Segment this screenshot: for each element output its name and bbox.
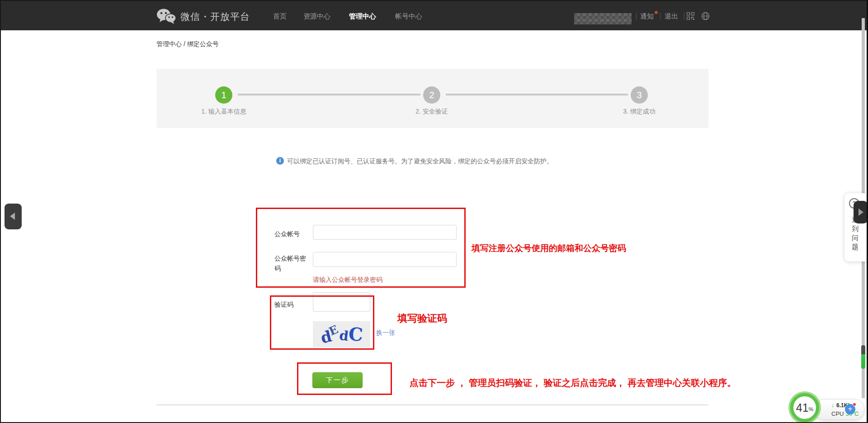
memory-percent-value: 41 xyxy=(796,401,809,414)
right-expand-handle[interactable] xyxy=(854,201,868,223)
annotation-rect-credentials xyxy=(256,208,466,288)
header-separator xyxy=(684,13,684,19)
notification-badge xyxy=(655,11,658,14)
step-label-bind-success: 3. 绑定成功 xyxy=(601,108,678,116)
cpu-label: CPU xyxy=(831,410,844,417)
breadcrumb: 管理中心 / 绑定公众号 xyxy=(156,40,219,48)
brand-title: 微信・开放平台 xyxy=(180,10,250,23)
step-connector xyxy=(238,94,420,95)
chevron-left-icon xyxy=(10,213,15,220)
step-label-security-verify: 2. 安全验证 xyxy=(393,108,470,116)
info-banner-text: 可以绑定已认证订阅号、已认证服务号。为了避免安全风险，绑定的公众号必须开启安全防… xyxy=(287,157,553,166)
step-circle-2: 2 xyxy=(423,86,440,104)
step-circle-1: 1 xyxy=(215,86,232,104)
globe-language-icon[interactable] xyxy=(701,12,710,20)
annotation-text-credentials: 填写注册公众号使用的邮箱和公众号密码 xyxy=(472,242,626,254)
qr-code-icon[interactable] xyxy=(687,12,694,20)
helper-text-char: 到 xyxy=(852,225,859,233)
step-label-basic-info: 1. 输入基本信息 xyxy=(185,108,262,116)
monitor-notification-dot xyxy=(853,403,856,406)
wechat-open-platform-page: 微信・开放平台 首页 资源中心 管理中心 帐号中心 通知 退出 管理中心 / 绑… xyxy=(0,0,868,423)
annotation-text-next: 点击下一步 ， 管理员扫码验证， 验证之后点击完成， 再去管理中心关联小程序。 xyxy=(410,377,736,389)
nav-item-management-center[interactable]: 管理中心 xyxy=(349,12,376,21)
annotation-text-captcha: 填写验证码 xyxy=(397,312,447,325)
header-separator xyxy=(660,13,660,19)
window-border-top xyxy=(0,0,868,1)
helper-text-char: 问 xyxy=(852,234,859,242)
left-collapse-handle[interactable] xyxy=(5,204,22,229)
performance-monitor-pill: ↓6.1K/s CPU30°C xyxy=(814,399,864,420)
nav-item-account-center[interactable]: 帐号中心 xyxy=(395,12,422,21)
info-icon: i xyxy=(276,157,284,165)
notifications-link[interactable]: 通知 xyxy=(640,12,654,21)
memory-percent-sign: % xyxy=(809,406,814,413)
helper-text-char: 题 xyxy=(852,243,859,252)
step-circle-3: 3 xyxy=(631,86,648,104)
download-arrow-icon: ↓ xyxy=(831,402,834,409)
annotation-rect-captcha xyxy=(270,295,374,350)
scrollbar-thumb[interactable] xyxy=(861,345,865,369)
window-border-left xyxy=(0,0,1,423)
logout-link[interactable]: 退出 xyxy=(665,12,678,21)
top-navigation-bar: 微信・开放平台 首页 资源中心 管理中心 帐号中心 通知 退出 xyxy=(1,1,867,30)
nav-item-resource-center[interactable]: 资源中心 xyxy=(303,12,330,21)
chevron-right-icon xyxy=(859,209,863,216)
username-blurred[interactable] xyxy=(574,13,632,24)
header-separator xyxy=(636,13,637,19)
wechat-logo-icon xyxy=(156,8,177,24)
captcha-refresh-link[interactable]: 换一张 xyxy=(376,329,395,337)
step-connector xyxy=(446,94,628,95)
nav-item-home[interactable]: 首页 xyxy=(273,12,287,21)
annotation-rect-next xyxy=(297,362,392,395)
memory-percent-ball[interactable]: 41 % xyxy=(790,393,819,422)
